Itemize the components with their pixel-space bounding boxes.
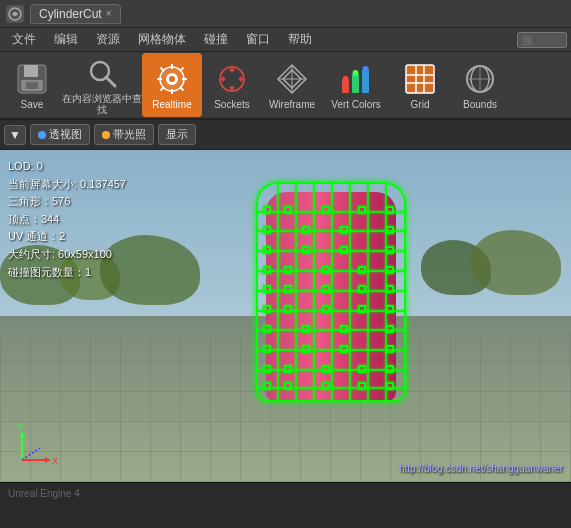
socket-38 (322, 305, 330, 313)
wire-v-3 (313, 182, 315, 402)
grid-label: Grid (411, 99, 430, 110)
socket-7 (386, 226, 394, 234)
content-browser-button[interactable]: 在内容浏览器中查找 (62, 53, 142, 117)
wire-v-4 (331, 182, 333, 402)
search-input[interactable] (517, 32, 567, 48)
wire-v-1 (277, 182, 279, 402)
realtime-button[interactable]: Realtime (142, 53, 202, 117)
menu-help[interactable]: 帮助 (280, 29, 320, 50)
socket-40 (302, 325, 310, 333)
save-icon (14, 61, 50, 97)
sockets-button[interactable]: Sockets (202, 53, 262, 117)
socket-36 (358, 285, 366, 293)
wire-v-5 (349, 182, 351, 402)
socket-2 (284, 206, 292, 214)
svg-point-34 (343, 76, 349, 82)
socket-3 (322, 206, 330, 214)
toolbar: Save 在内容浏览器中查找 (0, 52, 571, 120)
wireframe-button[interactable]: Wireframe (262, 53, 322, 117)
save-button[interactable]: Save (2, 53, 62, 117)
socket-37 (284, 305, 292, 313)
wireframe-label: Wireframe (269, 99, 315, 110)
socket-25 (358, 382, 366, 390)
socket-39 (358, 305, 366, 313)
socket-18 (263, 345, 271, 353)
socket-10 (263, 266, 271, 274)
socket-8 (263, 246, 271, 254)
perspective-button[interactable]: 透视图 (30, 124, 90, 145)
menu-window[interactable]: 窗口 (238, 29, 278, 50)
socket-22 (263, 382, 271, 390)
menu-assets[interactable]: 资源 (88, 29, 128, 50)
tab-close-button[interactable]: × (106, 8, 112, 19)
socket-16 (263, 325, 271, 333)
url-watermark: http://blog.csdn.net/shangguanwaner (399, 463, 563, 474)
view-controls-bar: ▼ 透视图 带光照 显示 (0, 120, 571, 150)
display-button[interactable]: 显示 (158, 124, 196, 145)
svg-line-17 (161, 87, 165, 91)
socket-29 (302, 246, 310, 254)
menu-mesh[interactable]: 网格物体 (130, 29, 194, 50)
cylinder-mesh-container (256, 182, 406, 402)
status-info: Unreal Engine 4 (8, 488, 80, 499)
lighting-button[interactable]: 带光照 (94, 124, 154, 145)
vert-colors-icon (338, 61, 374, 97)
dropdown-arrow-icon: ▼ (9, 128, 21, 142)
axis-indicator: X Y (12, 422, 62, 472)
socket-24 (322, 382, 330, 390)
socket-26 (386, 382, 394, 390)
socket-31 (284, 266, 292, 274)
svg-rect-33 (362, 70, 369, 93)
vert-colors-label: Vert Colors (331, 99, 380, 110)
bounds-icon (462, 61, 498, 97)
socket-35 (322, 285, 330, 293)
sockets-icon (214, 61, 250, 97)
svg-text:Y: Y (17, 422, 23, 432)
cylinder-mesh (256, 182, 406, 402)
svg-point-35 (353, 70, 359, 76)
status-bar: Unreal Engine 4 (0, 482, 571, 504)
tab-label: CylinderCut (39, 7, 102, 21)
svg-rect-4 (26, 82, 38, 89)
socket-21 (386, 365, 394, 373)
socket-43 (340, 345, 348, 353)
lighting-label: 带光照 (113, 127, 146, 142)
bounds-label: Bounds (463, 99, 497, 110)
tab-cylinder-cut[interactable]: CylinderCut × (30, 4, 121, 24)
menu-edit[interactable]: 编辑 (46, 29, 86, 50)
content-browser-icon (84, 55, 120, 91)
socket-11 (386, 266, 394, 274)
socket-20 (263, 365, 271, 373)
viewport[interactable]: LOD: 0 当前屏幕大小: 0.137457 三角形：576 顶点：344 U… (0, 150, 571, 482)
view-dropdown-button[interactable]: ▼ (4, 125, 26, 145)
sockets-label: Sockets (214, 99, 250, 110)
socket-9 (386, 246, 394, 254)
menu-file[interactable]: 文件 (4, 29, 44, 50)
socket-12 (263, 285, 271, 293)
vert-colors-button[interactable]: Vert Colors (322, 53, 390, 117)
svg-line-16 (180, 67, 184, 71)
svg-line-6 (106, 77, 115, 86)
socket-13 (386, 285, 394, 293)
menu-collision[interactable]: 碰撞 (196, 29, 236, 50)
socket-15 (386, 305, 394, 313)
svg-line-14 (161, 67, 165, 71)
bounds-button[interactable]: Bounds (450, 53, 510, 117)
socket-1 (263, 206, 271, 214)
svg-line-15 (180, 87, 184, 91)
grid-button[interactable]: Grid (390, 53, 450, 117)
socket-5 (386, 206, 394, 214)
perspective-dot-icon (38, 131, 46, 139)
svg-marker-51 (19, 432, 25, 437)
socket-42 (302, 345, 310, 353)
svg-rect-2 (24, 65, 38, 77)
socket-4 (358, 206, 366, 214)
socket-28 (340, 226, 348, 234)
socket-19 (386, 345, 394, 353)
grid-icon (402, 61, 438, 97)
realtime-label: Realtime (152, 99, 191, 110)
menu-bar: 文件 编辑 资源 网格物体 碰撞 窗口 帮助 (0, 28, 571, 52)
wire-v-6 (367, 182, 369, 402)
display-label: 显示 (166, 127, 188, 142)
wire-v-2 (295, 182, 297, 402)
